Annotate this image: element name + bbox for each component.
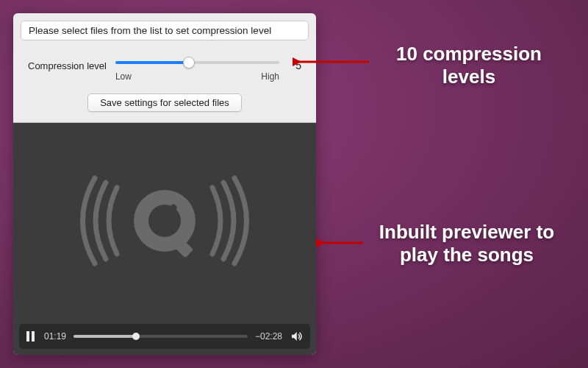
volume-icon[interactable] [290,330,303,343]
instruction-text: Please select files from the list to set… [29,25,271,36]
progress-thumb[interactable] [132,333,140,340]
progress-fill [74,335,136,338]
callout-previewer: Inbuilt previewer to play the songs [360,221,573,266]
slider-low-label: Low [115,71,132,82]
save-row: Save settings for selected files [13,76,316,122]
callout-compression-levels: 10 compression levels [373,43,564,88]
playback-progress[interactable] [74,335,248,338]
slider-high-label: High [261,71,279,82]
audio-artwork [13,123,316,318]
svg-point-1 [148,205,181,237]
compression-panel: Please select files from the list to set… [13,13,316,355]
slider-ticks: Low High [115,71,279,82]
slider-fill [115,61,189,64]
time-elapsed: 01:19 [44,331,66,342]
pause-button[interactable] [26,331,37,342]
arrow-to-slider [293,54,373,69]
time-remaining: −02:28 [255,331,282,342]
save-settings-button[interactable]: Save settings for selected files [87,93,242,112]
compression-slider[interactable]: Low High [115,55,279,76]
player-bar: 01:19 −02:28 [19,324,310,349]
instruction-bar: Please select files from the list to set… [21,21,309,40]
compression-label: Compression level [28,60,107,71]
compression-row: Compression level Low High 5 [13,45,316,76]
preview-area: 01:19 −02:28 [13,122,316,355]
slider-thumb[interactable] [183,57,195,68]
quicktime-icon [76,162,253,280]
